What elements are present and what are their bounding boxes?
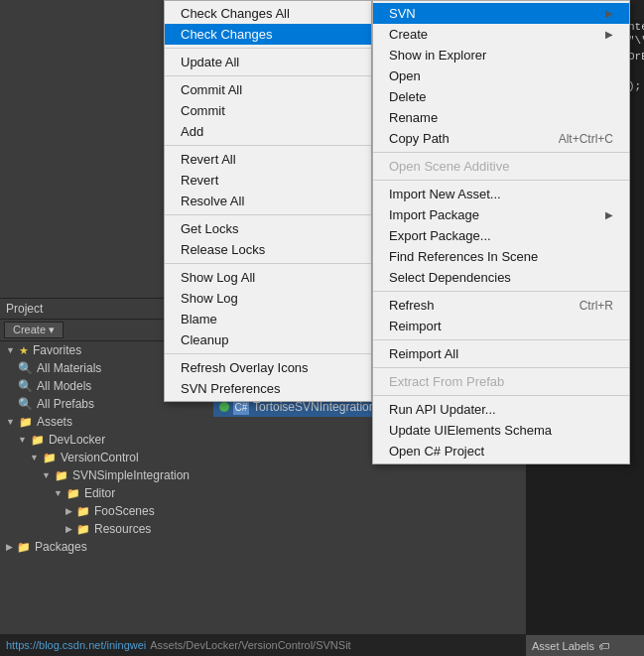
menu-revert-all[interactable]: Revert All: [165, 149, 371, 170]
menu-reimport-all[interactable]: Reimport All: [373, 343, 629, 364]
menu-commit[interactable]: Commit: [165, 100, 371, 121]
menu-svn[interactable]: SVN ▶: [373, 3, 629, 24]
menu-svn-preferences[interactable]: SVN Preferences: [165, 378, 371, 399]
menu-show-log-all[interactable]: Show Log All: [165, 267, 371, 288]
menu-label: Check Changes All: [181, 6, 290, 21]
tree-label: FooScenes: [94, 504, 155, 518]
menu-label: Revert All: [181, 152, 236, 167]
folder-icon: 📁: [66, 487, 80, 500]
menu-open[interactable]: Open: [373, 66, 629, 86]
folder-icon: 📁: [43, 452, 57, 464]
menu-copy-path[interactable]: Copy Path Alt+Ctrl+C: [373, 128, 629, 149]
tree-assets[interactable]: ▼ 📁 Assets: [0, 413, 213, 431]
menu-label: Reimport All: [389, 346, 458, 361]
tree-devlocker[interactable]: ▼ 📁 DevLocker: [0, 431, 213, 449]
menu-show-in-explorer[interactable]: Show in Explorer: [373, 45, 629, 66]
tree-fooscenes[interactable]: ▶ 📁 FooScenes: [0, 502, 213, 520]
menu-update-all[interactable]: Update All: [165, 52, 371, 72]
search-icon: 🔍: [18, 379, 33, 393]
tree-editor[interactable]: ▼ 📁 Editor: [0, 484, 213, 502]
menu-show-log[interactable]: Show Log: [165, 288, 371, 309]
tree-label: All Models: [37, 379, 91, 393]
menu-create[interactable]: Create ▶: [373, 24, 629, 45]
menu-label: Copy Path: [389, 131, 450, 146]
menu-label: Blame: [181, 312, 217, 327]
menu-open-csharp-project[interactable]: Open C# Project: [373, 441, 629, 461]
menu-reimport[interactable]: Reimport: [373, 316, 629, 336]
menu-export-package[interactable]: Export Package...: [373, 225, 629, 246]
collapse-icon: ▶: [65, 506, 72, 516]
menu-label: Run API Updater...: [389, 402, 496, 417]
menu-rename[interactable]: Rename: [373, 107, 629, 128]
menu-separator: [165, 263, 371, 264]
tree-label: All Materials: [37, 361, 101, 375]
folder-icon: 📁: [76, 505, 90, 518]
tree-label: Favorites: [33, 343, 81, 357]
collapse-icon: ▶: [6, 542, 13, 552]
menu-revert[interactable]: Revert: [165, 170, 371, 191]
menu-separator: [165, 353, 371, 354]
folder-icon: 📁: [55, 469, 68, 482]
arrow-icon: ▶: [605, 209, 613, 220]
menu-label: Create: [389, 27, 428, 42]
menu-add[interactable]: Add: [165, 121, 371, 142]
menu-refresh-overlay[interactable]: Refresh Overlay Icons: [165, 357, 371, 378]
menu-cleanup[interactable]: Cleanup: [165, 329, 371, 350]
tree-label: SVNSimpleIntegration: [72, 468, 190, 482]
menu-separator: [165, 145, 371, 146]
menu-refresh[interactable]: Refresh Ctrl+R: [373, 295, 629, 316]
status-url[interactable]: https://blog.csdn.net/iningwei: [6, 639, 146, 651]
tree-packages[interactable]: ▶ 📁 Packages: [0, 538, 213, 556]
menu-run-api-updater[interactable]: Run API Updater...: [373, 399, 629, 420]
menu-label: Delete: [389, 89, 427, 104]
create-button[interactable]: Create ▾: [4, 322, 64, 338]
menu-resolve-all[interactable]: Resolve All: [165, 191, 371, 211]
menu-label: Refresh: [389, 298, 435, 313]
menu-label: Reimport: [389, 319, 442, 333]
expand-icon: ▼: [6, 417, 15, 427]
tree-svnsimple[interactable]: ▼ 📁 SVNSimpleIntegration: [0, 466, 213, 484]
menu-import-new-asset[interactable]: Import New Asset...: [373, 184, 629, 204]
expand-icon: ▼: [30, 453, 39, 462]
expand-icon: ▼: [42, 470, 51, 480]
menu-label: Show Log All: [181, 270, 255, 285]
menu-label: SVN Preferences: [181, 381, 280, 396]
tree-resources[interactable]: ▶ 📁 Resources: [0, 520, 213, 538]
menu-get-locks[interactable]: Get Locks: [165, 218, 371, 239]
menu-update-ui-elements[interactable]: Update UIElements Schema: [373, 420, 629, 441]
menu-label: Release Locks: [181, 242, 265, 257]
star-icon: ★: [19, 344, 29, 357]
menu-import-package[interactable]: Import Package ▶: [373, 204, 629, 225]
menu-label: Select Dependencies: [389, 270, 511, 285]
tree-versioncontrol[interactable]: ▼ 📁 VersionControl: [0, 449, 213, 466]
menu-label: Add: [181, 124, 203, 139]
arrow-icon: ▶: [605, 29, 613, 40]
menu-commit-all[interactable]: Commit All: [165, 79, 371, 100]
panel-title: Project: [6, 302, 43, 316]
menu-label: Export Package...: [389, 228, 491, 243]
menu-label: Refresh Overlay Icons: [181, 360, 309, 375]
menu-separator: [165, 214, 371, 215]
menu-label: Resolve All: [181, 194, 244, 208]
menu-label: Open Scene Additive: [389, 159, 509, 174]
tree-label: VersionControl: [61, 451, 139, 464]
menu-select-dependencies[interactable]: Select Dependencies: [373, 267, 629, 288]
menu-check-changes-all[interactable]: Check Changes All: [165, 3, 371, 24]
status-badge-green: [219, 402, 229, 412]
tree-label: All Prefabs: [37, 397, 94, 411]
status-path: Assets/DevLocker/VersionControl/SVNSit: [150, 639, 350, 651]
menu-label: Rename: [389, 110, 438, 125]
menu-separator: [373, 291, 629, 292]
menu-label: Revert: [181, 173, 218, 188]
menu-check-changes[interactable]: Check Changes: [165, 24, 371, 45]
menu-release-locks[interactable]: Release Locks: [165, 239, 371, 260]
search-icon: 🔍: [18, 361, 33, 375]
menu-delete[interactable]: Delete: [373, 86, 629, 107]
menu-label: Update UIElements Schema: [389, 423, 552, 438]
expand-icon: ▼: [6, 345, 15, 355]
menu-find-references[interactable]: Find References In Scene: [373, 246, 629, 267]
expand-icon: ▼: [54, 488, 63, 498]
menu-open-scene-additive: Open Scene Additive: [373, 156, 629, 177]
tree-label: Assets: [37, 415, 72, 429]
menu-blame[interactable]: Blame: [165, 309, 371, 329]
